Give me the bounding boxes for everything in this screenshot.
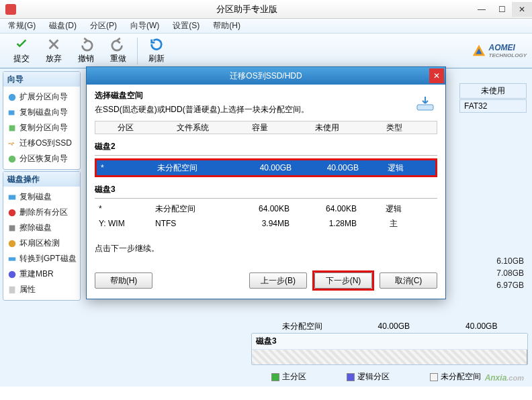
unalloc-swatch [430,373,438,381]
disk2-title: 磁盘2 [95,141,437,152]
col-cap: 容量 [230,122,297,134]
migrate-dialog: 迁移OS到SSD/HDD ✕ 选择磁盘空间 在SSD(固态硬盘)或HDD(普通硬… [86,66,446,299]
undo-button[interactable]: 撤销 [70,35,102,67]
unalloc-size: 40.00GB [378,321,410,331]
disk3-title: 磁盘3 [95,184,437,195]
discard-button[interactable]: 放弃 [38,35,70,67]
svg-rect-11 [417,105,433,110]
menu-wizard[interactable]: 向导(W) [125,19,165,33]
dialog-close-button[interactable]: ✕ [429,68,444,83]
menu-help[interactable]: 帮助(H) [208,19,246,33]
extend-icon [7,93,17,102]
maximize-button[interactable]: ☐ [492,2,512,17]
unused-header: 未使用 [459,83,527,99]
wipe-icon [7,223,17,233]
close-button[interactable]: ✕ [512,2,532,17]
check-icon [14,37,29,52]
copypart-icon [7,123,17,133]
legend: 主分区 逻辑分区 未分配空间 [271,371,481,383]
size-1: 6.10GB [496,256,524,266]
menu-general[interactable]: 常规(G) [3,19,41,33]
commit-button[interactable]: 提交 [5,35,38,67]
wizard-item-recover[interactable]: 分区恢复向导 [5,151,79,166]
gpt-icon [7,254,17,264]
window-titlebar: 分区助手专业版 — ☐ ✕ [0,0,532,19]
dialog-titlebar: 迁移OS到SSD/HDD ✕ [87,67,445,85]
dialog-heading: 选择磁盘空间 [95,90,437,101]
commit-label: 提交 [13,53,30,64]
diskop-gpt[interactable]: 转换到GPT磁盘 [5,251,79,266]
dialog-instruction: 在SSD(固态硬盘)或HDD(普通硬盘)上选择一块未分配空间。 [95,104,437,115]
unalloc-label: 未分配空间 [282,321,322,332]
wizard-item-copypart[interactable]: 复制分区向导 [5,120,79,136]
size-2: 7.08GB [496,268,524,278]
menu-bar: 常规(G) 磁盘(D) 分区(P) 向导(W) 设置(S) 帮助(H) [0,19,532,34]
wizard-panel: 向导 扩展分区向导 复制磁盘向导 复制分区向导 迁移OS到SSD 分区恢复向导 [3,71,81,170]
dialog-hint: 点击下一步继续。 [95,243,437,254]
unalloc-unused: 40.00GB [466,321,497,331]
diskop-wipe[interactable]: 擦除磁盘 [5,220,79,236]
redo-button[interactable]: 重做 [102,35,134,67]
props-icon [7,285,17,295]
copydisk-icon [7,108,17,117]
cancel-button[interactable]: 取消(C) [380,272,437,289]
disk3-row-1[interactable]: * 未分配空间 64.00KB 64.00KB 逻辑 [95,201,437,216]
mbr-icon [7,270,17,279]
redo-label: 重做 [110,53,126,64]
redo-icon [111,37,126,52]
next-button-highlight: 下一步(N) [312,270,374,291]
next-button[interactable]: 下一步(N) [314,272,372,289]
badsector-icon [7,239,17,248]
legend-logic: 逻辑分区 [347,371,390,383]
refresh-label: 刷新 [148,53,165,64]
disk3-bar-title: 磁盘3 [252,334,527,350]
dialog-title: 迁移OS到SSD/HDD [230,70,302,82]
svg-rect-8 [9,257,16,260]
size-3: 6.97GB [496,281,524,290]
menu-partition[interactable]: 分区(P) [85,19,122,33]
diskop-props[interactable]: 属性 [5,282,79,297]
svg-rect-2 [9,125,15,131]
disk-copy-icon [7,193,17,202]
app-icon [5,4,16,15]
disk-bars: 未分配空间 40.00GB 40.00GB 磁盘3 [251,319,528,368]
svg-point-5 [9,209,16,216]
diskop-panel-title: 磁盘操作 [3,172,80,187]
brand-sub: TECHNOLOGY [489,52,527,58]
wizard-panel-title: 向导 [3,72,80,87]
legend-unalloc: 未分配空间 [430,371,481,383]
disk3-bar[interactable]: 磁盘3 [251,333,528,365]
wizard-item-extend[interactable]: 扩展分区向导 [5,89,79,105]
svg-rect-1 [9,110,15,115]
diskop-badsector[interactable]: 坏扇区检测 [5,236,79,251]
watermark: Anxia.com [485,368,524,384]
diskop-deleteall[interactable]: 删除所有分区 [5,205,79,220]
menu-disk[interactable]: 磁盘(D) [44,19,82,33]
disk3-row-2[interactable]: Y: WIM NTFS 3.94MB 1.28MB 主 [95,216,437,231]
sidebar: 向导 扩展分区向导 复制磁盘向导 复制分区向导 迁移OS到SSD 分区恢复向导 … [0,68,83,387]
wizard-item-migrateos[interactable]: 迁移OS到SSD [5,136,79,151]
svg-rect-6 [9,225,15,231]
svg-rect-4 [9,195,16,199]
menu-settings[interactable]: 设置(S) [167,19,205,33]
minimize-button[interactable]: — [472,2,492,17]
undo-icon [79,37,93,52]
diskop-copy[interactable]: 复制磁盘 [5,189,79,205]
col-partition: 分区 [95,122,156,134]
download-icon [416,95,435,111]
diskop-mbr[interactable]: 重建MBR [5,266,79,282]
migrate-icon [7,139,17,148]
col-type: 类型 [364,122,425,134]
disk2-row[interactable]: * 未分配空间 40.00GB 40.00GB 逻辑 [97,160,435,175]
disk2-row-highlight: * 未分配空间 40.00GB 40.00GB 逻辑 [95,158,437,177]
svg-rect-10 [9,286,15,293]
dialog-footer: 帮助(H) 上一步(B) 下一步(N) 取消(C) [87,265,445,299]
back-button[interactable]: 上一步(B) [249,272,307,289]
refresh-button[interactable]: 刷新 [140,35,173,67]
discard-label: 放弃 [46,53,62,64]
toolbar-separator [137,38,138,64]
help-button[interactable]: 帮助(H) [95,272,152,289]
col-fs: 文件系统 [156,122,230,134]
wizard-item-copydisk[interactable]: 复制磁盘向导 [5,105,79,120]
brand-logo: AOMEI TECHNOLOGY [472,43,527,58]
